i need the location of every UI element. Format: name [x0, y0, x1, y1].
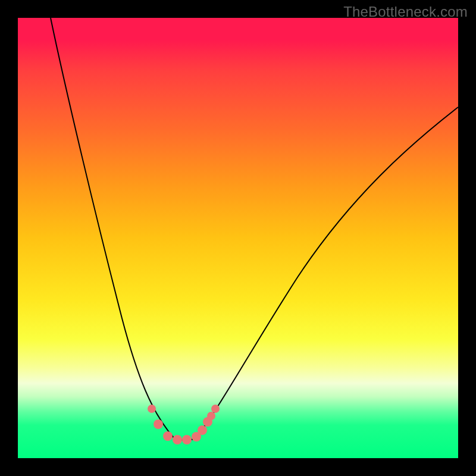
- marker-dot: [148, 405, 156, 413]
- marker-dot: [173, 435, 182, 444]
- marker-dot: [207, 412, 215, 420]
- plot-area: [18, 18, 458, 458]
- chart-frame: TheBottleneck.com: [0, 0, 476, 476]
- marker-dot: [154, 419, 163, 429]
- watermark-text: TheBottleneck.com: [343, 4, 468, 20]
- curve-right-branch: [194, 107, 458, 439]
- marker-dot: [182, 435, 192, 444]
- curve-left-branch: [51, 18, 175, 439]
- marker-dot: [198, 425, 207, 435]
- curve-markers: [148, 405, 220, 444]
- bottleneck-curve: [18, 18, 458, 458]
- marker-dot: [211, 405, 220, 413]
- marker-dot: [163, 431, 173, 441]
